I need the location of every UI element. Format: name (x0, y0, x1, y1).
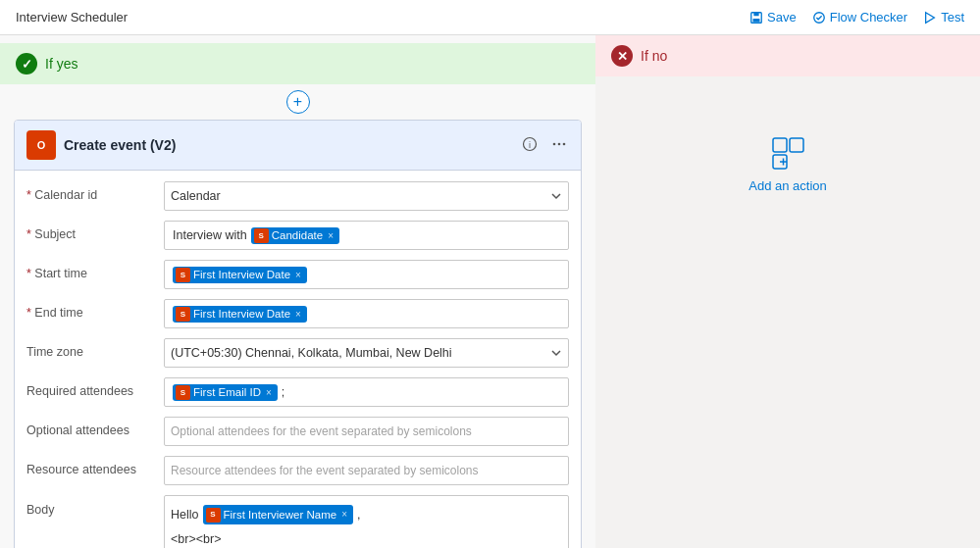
subject-row: Subject Interview with S Candidate × (15, 216, 581, 255)
calendar-id-dropdown[interactable]: Calendar (164, 181, 569, 211)
token-sharepoint-icon-end: S (176, 307, 190, 322)
semicolon: ; (282, 385, 284, 399)
save-icon (749, 11, 763, 25)
first-interview-date-token-end: S First Interview Date × (173, 306, 307, 323)
end-time-row: End time S First Interview Date × (15, 294, 581, 333)
right-panel: ✕ If no Add an action (595, 35, 980, 548)
info-button[interactable]: i (520, 134, 540, 157)
save-button[interactable]: Save (749, 10, 797, 25)
end-time-input[interactable]: S First Interview Date × (164, 299, 569, 328)
resource-attendees-row: Resource attendees Resource attendees fo… (15, 451, 581, 490)
end-time-label: End time (26, 299, 164, 320)
add-action-area[interactable]: Add an action (595, 135, 980, 193)
timezone-label: Time zone (26, 338, 164, 359)
required-attendees-label: Required attendees (26, 377, 164, 398)
email-token-close[interactable]: × (266, 387, 272, 398)
end-date-token-close[interactable]: × (295, 309, 301, 320)
left-panel: ✓ If yes + O Create event (V2) i (0, 35, 595, 548)
subject-label: Subject (26, 221, 164, 241)
body-row: Body Hello S First Interviewer Name × , (15, 490, 581, 548)
svg-rect-1 (753, 12, 758, 16)
app-title: Interview Scheduler (16, 10, 128, 25)
candidate-token: S Candidate × (251, 227, 339, 244)
svg-text:i: i (529, 140, 531, 150)
first-interviewer-name-token: S First Interviewer Name × (203, 505, 354, 524)
optional-attendees-label: Optional attendees (26, 417, 164, 437)
start-date-token-close[interactable]: × (295, 270, 301, 280)
if-yes-banner: ✓ If yes (0, 43, 595, 84)
body-label: Body (26, 495, 164, 517)
chevron-down-icon-tz (550, 347, 562, 359)
start-time-input[interactable]: S First Interview Date × (164, 260, 569, 289)
required-attendees-input[interactable]: S First Email ID × ; (164, 377, 569, 407)
start-time-label: Start time (26, 260, 164, 280)
interviewer-token-close[interactable]: × (341, 507, 347, 523)
add-action-label[interactable]: Add an action (748, 178, 827, 193)
calendar-id-label: Calendar id (26, 181, 164, 202)
card-actions: i (520, 134, 569, 157)
first-email-id-token: S First Email ID × (173, 384, 278, 401)
resource-attendees-input[interactable]: Resource attendees for the event separat… (164, 456, 569, 485)
timezone-row: Time zone (UTC+05:30) Chennai, Kolkata, … (15, 333, 581, 373)
body-input[interactable]: Hello S First Interviewer Name × , <br><… (164, 495, 569, 548)
token-sharepoint-icon-email: S (176, 385, 190, 400)
top-bar-actions: Save Flow Checker Test (749, 10, 964, 25)
calendar-id-row: Calendar id Calendar (15, 176, 581, 216)
start-time-row: Start time S First Interview Date × (15, 255, 581, 294)
timezone-dropdown[interactable]: (UTC+05:30) Chennai, Kolkata, Mumbai, Ne… (164, 338, 569, 368)
no-icon: ✕ (611, 45, 633, 67)
outlook-icon: O (26, 130, 56, 160)
token-sharepoint-icon-start: S (176, 268, 190, 282)
more-options-button[interactable] (549, 134, 569, 157)
create-event-card: O Create event (V2) i Calendar id Cale (14, 120, 582, 548)
add-action-icon (770, 135, 805, 171)
chevron-down-icon (550, 190, 562, 202)
token-sp-interviewer: S (206, 508, 221, 523)
body-line-2: <br><br> (171, 529, 221, 548)
card-header: O Create event (V2) i (15, 121, 581, 171)
svg-point-6 (553, 142, 556, 145)
candidate-token-close[interactable]: × (328, 230, 334, 241)
flow-checker-button[interactable]: Flow Checker (812, 10, 907, 25)
required-attendees-row: Required attendees S First Email ID × ; (15, 373, 581, 412)
ellipsis-icon (551, 136, 567, 152)
canvas: ✓ If yes + O Create event (V2) i (0, 35, 980, 548)
svg-rect-10 (773, 138, 787, 152)
flow-checker-icon (812, 11, 826, 25)
yes-icon: ✓ (16, 53, 37, 75)
add-step-button[interactable]: + (286, 90, 310, 114)
svg-point-8 (563, 142, 566, 145)
token-sharepoint-icon: S (254, 228, 269, 243)
svg-rect-11 (790, 138, 803, 152)
optional-attendees-input[interactable]: Optional attendees for the event separat… (164, 417, 569, 446)
info-icon: i (522, 136, 538, 152)
test-button[interactable]: Test (923, 10, 964, 25)
optional-attendees-row: Optional attendees Optional attendees fo… (15, 412, 581, 451)
svg-rect-2 (753, 18, 760, 22)
top-bar: Interview Scheduler Save Flow Checker Te… (0, 0, 980, 35)
svg-point-7 (558, 142, 561, 145)
subject-input[interactable]: Interview with S Candidate × (164, 221, 569, 250)
test-icon (923, 11, 937, 25)
resource-attendees-label: Resource attendees (26, 456, 164, 476)
if-no-banner: ✕ If no (595, 35, 980, 76)
plus-connector: + (0, 84, 595, 120)
form-body: Calendar id Calendar Subject Interview w… (15, 171, 581, 548)
first-interview-date-token-start: S First Interview Date × (173, 267, 307, 283)
body-line-1: Hello S First Interviewer Name × , (171, 504, 361, 525)
